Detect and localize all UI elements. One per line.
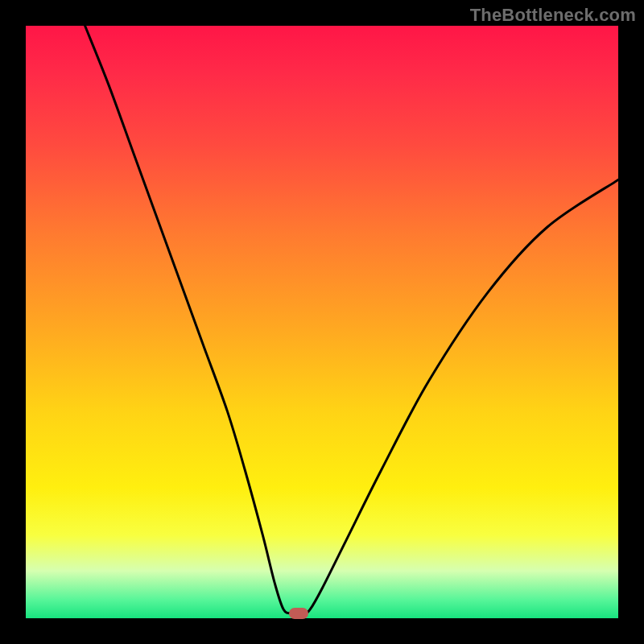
plot-area xyxy=(26,26,618,618)
chart-frame: TheBottleneck.com xyxy=(0,0,644,644)
min-marker xyxy=(289,608,308,619)
watermark-text: TheBottleneck.com xyxy=(470,5,636,26)
bottleneck-curve xyxy=(85,26,618,614)
curve-layer xyxy=(26,26,618,618)
